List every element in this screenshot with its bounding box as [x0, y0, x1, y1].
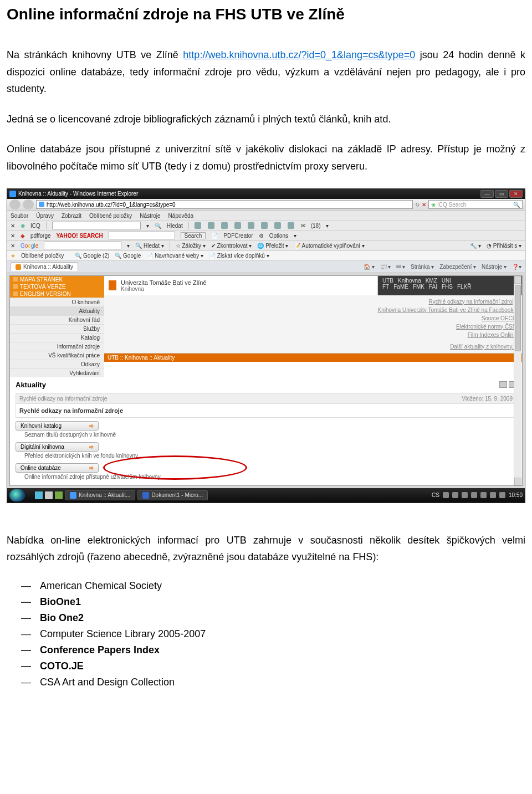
- tb-icon[interactable]: [248, 222, 254, 229]
- search-box[interactable]: ❀ ICQ Search 🔍: [428, 200, 523, 209]
- home-icon[interactable]: 🏠 ▾: [364, 264, 375, 270]
- sidebar-item[interactable]: O knihovně: [10, 298, 104, 306]
- hdr-link[interactable]: FHS: [442, 284, 453, 290]
- google-prelozit[interactable]: 🌐 Přeložit ▾: [257, 243, 288, 249]
- quick-link[interactable]: Další aktuality z knihovny...: [110, 342, 516, 351]
- pdfcreator-button[interactable]: PDFCreator: [223, 233, 253, 239]
- lang-indicator[interactable]: CS: [432, 492, 439, 498]
- page-menu[interactable]: Stránka ▾: [411, 264, 434, 270]
- scroll-up[interactable]: [514, 276, 521, 284]
- safety-menu[interactable]: Zabezpečení ▾: [439, 264, 476, 270]
- tb-icon[interactable]: [221, 222, 228, 229]
- google-search-input[interactable]: [44, 242, 121, 249]
- tray-icon[interactable]: [480, 492, 487, 498]
- hdr-link[interactable]: UNI: [442, 278, 451, 284]
- taskbar-item-word[interactable]: Dokument1 - Micro...: [137, 490, 208, 500]
- tb-icon[interactable]: [195, 222, 201, 229]
- library-url-link[interactable]: http://web.knihovna.utb.cz/?id=0_1&lang=…: [183, 49, 415, 60]
- maximize-button[interactable]: ▭: [495, 190, 508, 198]
- mail-icon[interactable]: ✉: [301, 223, 305, 229]
- digital-library-button[interactable]: Digitální knihovna ➪: [16, 442, 99, 452]
- sidebar-item[interactable]: Informační zdroje: [10, 342, 104, 351]
- refresh-icon[interactable]: ↻: [415, 202, 420, 208]
- tb-icon[interactable]: [208, 222, 214, 229]
- sidebar-item[interactable]: Služby: [10, 324, 104, 333]
- menu-item[interactable]: Oblíbené položky: [89, 213, 132, 219]
- toolbar-close-icon[interactable]: ✕: [11, 243, 15, 249]
- fav-item[interactable]: 🔍 Google (2): [75, 253, 109, 259]
- address-bar[interactable]: http://web.knihovna.utb.cz/?id=0_1&lang=…: [36, 200, 413, 209]
- menu-item[interactable]: Nápověda: [168, 213, 194, 219]
- quicklaunch-icon[interactable]: [45, 491, 53, 499]
- hdr-link[interactable]: FAI: [429, 284, 437, 290]
- gear-icon[interactable]: ⚙: [259, 233, 264, 239]
- fav-item[interactable]: 🔍 Google: [115, 253, 141, 259]
- online-db-button[interactable]: Online databáze ➪: [16, 463, 99, 473]
- sidebar-item[interactable]: VŠ kvalifikační práce: [10, 351, 104, 360]
- sidebar-item[interactable]: Odkazy: [10, 360, 104, 368]
- fav-item[interactable]: 📄 Získat více doplňků ▾: [209, 253, 269, 259]
- tray-icon[interactable]: [452, 492, 458, 498]
- tray-icon[interactable]: [490, 492, 496, 498]
- star-icon[interactable]: ★: [11, 253, 16, 259]
- help-icon[interactable]: ❓▾: [512, 264, 521, 270]
- tray-icon[interactable]: [462, 492, 468, 498]
- search-go-icon[interactable]: 🔍: [513, 202, 520, 208]
- catalog-button[interactable]: Knihovní katalog ➪: [16, 421, 99, 431]
- forward-button[interactable]: [23, 199, 34, 209]
- hdr-link[interactable]: FMK: [413, 284, 424, 290]
- feed-icon[interactable]: 📰 ▾: [380, 264, 391, 270]
- menu-item[interactable]: Soubor: [11, 213, 28, 219]
- wrench-icon[interactable]: 🔧 ▾: [470, 243, 481, 249]
- start-button[interactable]: [9, 489, 25, 501]
- icq-search-input[interactable]: [52, 222, 141, 229]
- toolbar-close-icon[interactable]: ✕: [11, 233, 15, 239]
- minimize-button[interactable]: —: [480, 190, 494, 198]
- menu-item[interactable]: Nástroje: [140, 213, 160, 219]
- taskbar-item-ie[interactable]: Knihovna :: Aktualit...: [65, 490, 135, 500]
- hdr-link[interactable]: Knihovna: [398, 278, 421, 284]
- hledat-button[interactable]: Hledat: [167, 223, 183, 229]
- tools-menu[interactable]: Nástroje ▾: [482, 264, 507, 270]
- tray-icon[interactable]: [471, 492, 477, 498]
- quick-link[interactable]: Elektronické normy ČSN: [110, 322, 516, 331]
- scroll-thumb[interactable]: [515, 285, 521, 351]
- sidebar-link-sitemap[interactable]: MAPA STRÁNEK: [10, 276, 104, 283]
- menu-item[interactable]: Úpravy: [36, 213, 54, 219]
- tb-icon[interactable]: [261, 222, 268, 229]
- sidebar-link-english[interactable]: ENGLISH VERSION: [10, 290, 104, 298]
- hdr-link[interactable]: KMZ: [426, 278, 437, 284]
- quick-link[interactable]: Source OECD: [110, 314, 516, 322]
- close-button[interactable]: ✕: [509, 190, 523, 198]
- tray-icon[interactable]: [499, 492, 505, 498]
- yahoo-search-input[interactable]: [109, 232, 175, 239]
- tb-icon[interactable]: [274, 222, 281, 229]
- signin-button[interactable]: ◔ Přihlásit s ▾: [487, 243, 521, 249]
- scrollbar[interactable]: [514, 276, 521, 485]
- stop-icon[interactable]: ✕: [422, 202, 426, 208]
- options-button[interactable]: Options: [269, 233, 288, 239]
- tb-icon[interactable]: [234, 222, 241, 229]
- google-autofill[interactable]: 📝 Automatické vyplňování ▾: [294, 243, 365, 249]
- scroll-down[interactable]: [514, 478, 521, 485]
- quick-link[interactable]: Rychlé odkazy na informační zdroje: [110, 298, 516, 306]
- quick-link[interactable]: Knihovna Univerzity Tomáše Bati ve Zlíně…: [110, 306, 516, 314]
- sidebar-item[interactable]: Knihovní řád: [10, 315, 104, 324]
- sidebar-item[interactable]: Vyhledávání: [10, 368, 104, 377]
- sidebar-item-aktuality[interactable]: Aktuality: [10, 306, 104, 315]
- toolbar-close-icon[interactable]: ✕: [11, 223, 15, 229]
- back-button[interactable]: [9, 199, 21, 209]
- tab-aktuality[interactable]: Knihovna :: Aktuality: [11, 262, 78, 271]
- tb-icon[interactable]: [288, 222, 294, 229]
- search-button[interactable]: Search: [181, 232, 206, 239]
- sidebar-item[interactable]: Katalog: [10, 333, 104, 342]
- tray-icon[interactable]: [443, 492, 449, 498]
- hdr-link[interactable]: FaME: [393, 284, 408, 290]
- hdr-link[interactable]: FT: [382, 284, 389, 290]
- quick-link[interactable]: Film Indexes Online: [110, 331, 516, 339]
- fav-item[interactable]: 📄 Navrhované weby ▾: [146, 253, 203, 259]
- edit-icon[interactable]: [499, 381, 507, 388]
- sidebar-link-textversion[interactable]: TEXTOVÁ VERZE: [10, 283, 104, 290]
- google-hledat[interactable]: 🔍 Hledat ▾: [135, 243, 163, 249]
- google-zalozky[interactable]: ☆ Záložky ▾: [176, 243, 206, 249]
